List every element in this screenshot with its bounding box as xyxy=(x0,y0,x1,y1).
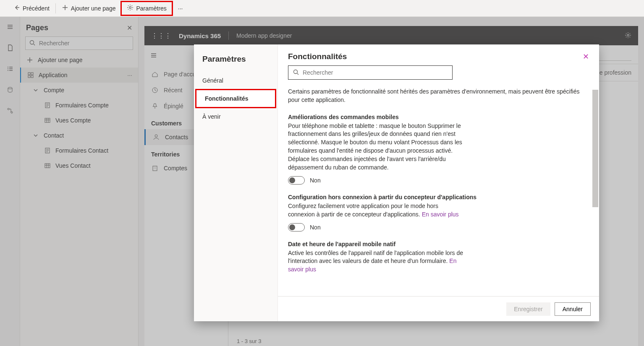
feature-block: Configuration hors connexion à partir du… xyxy=(288,194,589,232)
learn-more-link[interactable]: En savoir plus xyxy=(422,211,459,218)
feature-block: Améliorations des commandes mobiles Pour… xyxy=(288,114,589,185)
feature-title: Améliorations des commandes mobiles xyxy=(288,114,589,120)
modal-nav-general[interactable]: Général xyxy=(194,72,277,89)
svg-point-0 xyxy=(129,7,131,9)
overflow-button[interactable]: ··· xyxy=(173,0,188,17)
feature-desc: Active les contrôles de l'appareil natif… xyxy=(288,249,464,274)
top-command-bar: Précédent Ajouter une page Paramètres ··… xyxy=(0,0,644,17)
modal-nav-upcoming[interactable]: À venir xyxy=(194,108,277,125)
svg-point-20 xyxy=(294,70,298,73)
modal-intro: Certains paramètres de fonctionnalité so… xyxy=(288,87,582,104)
add-page-label: Ajouter une page xyxy=(71,5,116,12)
settings-button[interactable]: Paramètres xyxy=(120,1,173,16)
modal-search[interactable] xyxy=(288,65,453,80)
add-page-button[interactable]: Ajouter une page xyxy=(57,0,121,17)
back-button[interactable]: Précédent xyxy=(8,0,55,17)
settings-label: Paramètres xyxy=(136,5,166,12)
more-icon: ··· xyxy=(178,5,183,12)
separator xyxy=(55,3,56,13)
modal-title: Paramètres xyxy=(194,52,277,72)
feature-title: Date et heure de l'appareil mobile natif xyxy=(288,241,589,247)
plus-icon xyxy=(62,4,68,12)
settings-modal: Paramètres Général Fonctionnalités À ven… xyxy=(194,44,599,321)
back-label: Précédent xyxy=(23,5,50,12)
feature-block: Date et heure de l'appareil mobile natif… xyxy=(288,241,589,274)
modal-search-input[interactable] xyxy=(303,69,448,76)
gear-icon xyxy=(127,4,134,12)
modal-body-title: Fonctionnalités xyxy=(288,52,347,61)
scrollbar[interactable] xyxy=(592,90,598,295)
feature-title: Configuration hors connexion à partir du… xyxy=(288,194,589,200)
close-icon[interactable]: ✕ xyxy=(583,52,589,61)
feature-toggle[interactable] xyxy=(288,223,305,232)
feature-desc: Pour téléphone mobile et tablette : masq… xyxy=(288,122,464,172)
modal-nav: Paramètres Général Fonctionnalités À ven… xyxy=(194,44,278,321)
feature-desc: Configurez facilement votre application … xyxy=(288,202,464,219)
modal-body: Fonctionnalités ✕ Certains paramètres de… xyxy=(278,44,599,321)
modal-nav-features[interactable]: Fonctionnalités xyxy=(196,90,275,107)
save-button: Enregistrer xyxy=(506,302,550,316)
arrow-left-icon xyxy=(13,4,20,12)
modal-footer: Enregistrer Annuler xyxy=(278,296,599,321)
toggle-label: Non xyxy=(310,177,321,184)
cancel-button[interactable]: Annuler xyxy=(555,302,591,316)
search-icon xyxy=(293,69,299,77)
feature-toggle[interactable] xyxy=(288,176,305,185)
toggle-label: Non xyxy=(310,224,321,231)
